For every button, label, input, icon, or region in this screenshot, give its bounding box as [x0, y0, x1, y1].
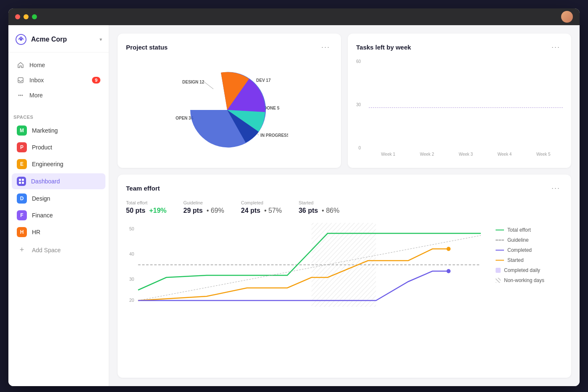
- hr-label: HR: [32, 229, 40, 235]
- stat-guideline-value: 29 pts • 69%: [184, 207, 224, 214]
- stat-guideline-label: Guideline: [184, 200, 224, 205]
- tasks-by-week-header: Tasks left by week ···: [356, 42, 563, 52]
- stat-completed-value: 24 pts • 57%: [241, 207, 282, 214]
- guideline: [369, 107, 563, 108]
- svg-rect-8: [19, 182, 21, 184]
- legend-completed-daily-label: Completed daily: [504, 267, 540, 273]
- stat-started-value: 36 pts • 86%: [299, 207, 339, 214]
- legend-non-working-label: Non-working days: [504, 277, 544, 283]
- finance-label: Finance: [32, 212, 53, 219]
- sidebar-item-finance[interactable]: F Finance: [12, 207, 105, 224]
- stat-total-value: 50 pts +19%: [126, 207, 167, 214]
- legend-completed: Completed: [496, 247, 563, 253]
- user-avatar[interactable]: [561, 11, 573, 23]
- project-status-more-button[interactable]: ···: [319, 42, 333, 52]
- tasks-by-week-card: Tasks left by week ··· 60 30 0: [348, 34, 571, 168]
- sidebar-item-dashboard[interactable]: Dashboard: [12, 173, 105, 189]
- legend-started-label: Started: [507, 257, 524, 263]
- inbox-icon: [17, 76, 24, 84]
- stat-guideline: Guideline 29 pts • 69%: [184, 200, 224, 214]
- spaces-list: M Marketing P Product E Engineering: [8, 122, 109, 258]
- app-body: Acme Corp ▾ Home: [8, 25, 580, 386]
- tasks-by-week-more-button[interactable]: ···: [549, 42, 563, 52]
- maximize-button[interactable]: [32, 14, 37, 19]
- svg-point-1: [20, 38, 22, 41]
- sidebar-item-home[interactable]: Home: [12, 57, 105, 73]
- stat-started-pct: • 86%: [322, 207, 339, 214]
- y-label-0: 0: [359, 146, 361, 150]
- add-space-label: Add Space: [32, 247, 61, 253]
- svg-text:DONE 5: DONE 5: [264, 106, 280, 110]
- pie-chart-svg: DEV 17 DONE 5 IN PROGRESS 5 OPEN 36 DES: [171, 53, 288, 162]
- bar-chart-area: 60 30 0: [356, 59, 563, 160]
- legend-guideline-label: Guideline: [507, 237, 529, 243]
- legend-total-effort-label: Total effort: [507, 227, 531, 233]
- stat-completed: Completed 24 pts • 57%: [241, 200, 282, 214]
- window-controls: [15, 14, 37, 19]
- svg-text:40: 40: [129, 251, 134, 256]
- legend-guideline-dash: [496, 240, 504, 240]
- effort-stats: Total effort 50 pts +19% Guideline 29 pt…: [126, 200, 563, 214]
- legend-completed-line: [496, 250, 504, 251]
- sidebar-header[interactable]: Acme Corp ▾: [8, 25, 109, 52]
- project-status-card: Project status ··· DEV 17 DONE 5: [118, 34, 341, 168]
- marketing-label: Marketing: [32, 127, 58, 134]
- team-effort-header: Team effort ···: [126, 183, 563, 193]
- svg-rect-7: [22, 179, 24, 181]
- sidebar-nav: Home Inbox 9: [8, 52, 109, 108]
- titlebar: [8, 8, 580, 25]
- sidebar-item-engineering[interactable]: E Engineering: [12, 156, 105, 172]
- legend-non-working-pattern: [496, 278, 501, 283]
- inbox-badge: 9: [92, 77, 100, 84]
- svg-point-3: [18, 95, 20, 96]
- team-effort-card: Team effort ··· Total effort 50 pts +19%…: [118, 175, 571, 378]
- sidebar-item-marketing[interactable]: M Marketing: [12, 122, 105, 139]
- company-name: Acme Corp: [31, 36, 67, 43]
- stat-completed-pct: • 57%: [264, 207, 282, 214]
- dashboard-label: Dashboard: [31, 178, 60, 185]
- stat-guideline-pct: • 69%: [207, 207, 224, 214]
- design-label: Design: [32, 195, 50, 202]
- legend-total-effort-line: [496, 230, 504, 230]
- sidebar-item-design[interactable]: D Design: [12, 190, 105, 207]
- close-button[interactable]: [15, 14, 20, 19]
- legend-completed-label: Completed: [507, 247, 532, 253]
- sidebar-item-hr[interactable]: H HR: [12, 224, 105, 240]
- finance-avatar: F: [17, 210, 27, 220]
- legend-guideline: Guideline: [496, 237, 563, 243]
- dashboard-avatar: [17, 177, 26, 186]
- svg-text:IN PROGRESS 5: IN PROGRESS 5: [260, 133, 288, 138]
- svg-text:30: 30: [129, 277, 134, 282]
- team-effort-title: Team effort: [126, 185, 160, 192]
- design-avatar: D: [17, 193, 27, 204]
- svg-rect-9: [22, 182, 24, 184]
- add-space-button[interactable]: + Add Space: [12, 242, 105, 258]
- product-label: Product: [32, 144, 52, 151]
- sidebar-item-product[interactable]: P Product: [12, 139, 105, 156]
- y-label-30: 30: [356, 102, 361, 107]
- nav-more-label: More: [29, 92, 43, 99]
- bar-y-axis: 60 30 0: [356, 59, 363, 150]
- pie-chart-container: DEV 17 DONE 5 IN PROGRESS 5 OPEN 36 DES: [126, 59, 333, 157]
- home-icon: [17, 61, 24, 69]
- legend-started-line: [496, 260, 504, 261]
- app-window: Acme Corp ▾ Home: [8, 8, 580, 386]
- svg-rect-2: [18, 78, 23, 83]
- minimize-button[interactable]: [24, 14, 29, 19]
- line-chart-svg-wrapper: 50 40 30 20: [126, 223, 489, 307]
- sidebar-item-inbox[interactable]: Inbox 9: [12, 73, 105, 88]
- main-content: Project status ··· DEV 17 DONE 5: [109, 25, 580, 386]
- stat-total-label: Total effort: [126, 200, 167, 205]
- svg-text:50: 50: [129, 226, 134, 231]
- line-chart-svg: 50 40 30 20: [126, 223, 489, 307]
- engineering-avatar: E: [17, 159, 27, 169]
- team-effort-more-button[interactable]: ···: [549, 183, 563, 193]
- svg-point-4: [20, 95, 21, 96]
- engineering-label: Engineering: [32, 161, 63, 167]
- svg-line-26: [138, 235, 481, 301]
- svg-point-5: [22, 95, 23, 96]
- bar-chart-container: 60 30 0: [356, 59, 563, 157]
- tasks-by-week-title: Tasks left by week: [356, 44, 411, 51]
- nav-inbox-label: Inbox: [29, 77, 44, 84]
- sidebar-item-more[interactable]: More: [12, 88, 105, 103]
